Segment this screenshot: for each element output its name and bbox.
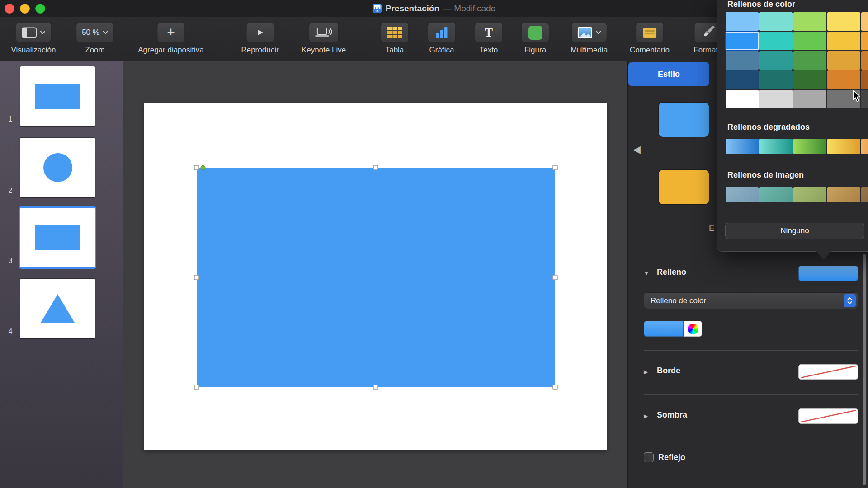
toolbar-button-keynote-live[interactable]: Keynote Live: [302, 23, 346, 55]
fill-swatch[interactable]: [793, 70, 826, 89]
toolbar-button-table[interactable]: Tabla: [381, 23, 409, 55]
fill-swatch[interactable]: [861, 90, 868, 108]
add-slide-tile[interactable]: +: [157, 23, 185, 42]
toolbar-button-add-slide[interactable]: + Agregar diapositiva: [138, 23, 204, 55]
shape-icon: [528, 26, 542, 40]
fill-swatch[interactable]: [861, 139, 868, 154]
inspector-scrollbar[interactable]: [863, 254, 866, 485]
fill-swatch[interactable]: [726, 139, 759, 154]
toolbar-button-zoom[interactable]: 50 % Zoom: [76, 23, 114, 55]
color-wheel-button[interactable]: [684, 321, 702, 337]
stepper-arrows-icon: [846, 296, 853, 305]
dropdown-stepper[interactable]: [844, 294, 856, 307]
shadow-section-label[interactable]: Sombra: [657, 410, 687, 420]
fill-swatch[interactable]: [760, 139, 793, 154]
disclosure-closed-icon[interactable]: ▶: [644, 413, 648, 419]
fill-swatch[interactable]: [726, 187, 759, 202]
selection-handle[interactable]: [373, 385, 378, 390]
selection-handle[interactable]: [553, 385, 558, 390]
toolbar-button-comment[interactable]: Comentario: [630, 23, 670, 55]
toolbar-label: Reproducir: [241, 46, 278, 55]
fill-swatch[interactable]: [760, 32, 793, 50]
selection-handle[interactable]: [194, 165, 199, 170]
slide-thumbnail-2[interactable]: [20, 138, 95, 197]
play-tile[interactable]: [246, 23, 274, 42]
fill-swatch[interactable]: [793, 32, 826, 50]
fill-swatch[interactable]: [793, 139, 826, 154]
fill-swatch[interactable]: [793, 187, 826, 202]
fill-swatch[interactable]: [861, 51, 868, 70]
thumbnail-triangle-shape: [41, 294, 75, 323]
fill-swatch[interactable]: [760, 70, 793, 89]
fill-swatch[interactable]: [726, 51, 759, 70]
fill-color-well[interactable]: [798, 266, 858, 281]
fill-swatch[interactable]: [760, 187, 793, 202]
fill-swatch[interactable]: [861, 32, 868, 50]
presets-back-chevron-icon[interactable]: ◀: [633, 144, 641, 155]
selection-handle[interactable]: [553, 165, 558, 170]
slide-thumbnail-4[interactable]: [20, 279, 95, 338]
none-fill-button[interactable]: Ninguno: [725, 223, 864, 239]
toolbar-button-chart[interactable]: Gráfica: [428, 23, 456, 55]
border-none-well[interactable]: [798, 364, 858, 380]
color-fills-grid: [726, 12, 868, 108]
reflection-checkbox[interactable]: [644, 452, 654, 462]
shape-tile[interactable]: [521, 23, 549, 42]
color-wheel-icon: [688, 324, 698, 334]
fill-swatch[interactable]: [760, 90, 793, 108]
fill-swatch[interactable]: [793, 51, 826, 70]
fill-swatch[interactable]: [793, 90, 826, 108]
fill-type-dropdown[interactable]: Relleno de color: [644, 292, 858, 309]
chart-tile[interactable]: [428, 23, 456, 42]
toolbar-button-text[interactable]: T Texto: [475, 23, 503, 55]
fill-swatch[interactable]: [793, 12, 826, 31]
fill-swatch[interactable]: [760, 51, 793, 70]
disclosure-open-icon[interactable]: ▼: [644, 270, 649, 277]
table-tile[interactable]: [381, 23, 409, 42]
comment-tile[interactable]: [636, 23, 664, 42]
fill-section-label[interactable]: Relleno: [657, 267, 686, 277]
fill-swatch[interactable]: [827, 51, 860, 70]
slide-thumbnail-3-selected[interactable]: [20, 208, 95, 267]
selection-handle[interactable]: [194, 275, 199, 280]
fill-swatch[interactable]: [827, 70, 860, 89]
selection-handle[interactable]: [194, 385, 199, 390]
fill-swatch[interactable]: [760, 12, 793, 31]
fill-swatch[interactable]: [861, 12, 868, 31]
fill-swatch[interactable]: [726, 70, 759, 89]
keynote-live-tile[interactable]: [309, 23, 339, 42]
shape-style-preset-blue[interactable]: [659, 103, 709, 137]
slide-thumbnail-1[interactable]: [20, 66, 95, 126]
slide-number: 1: [5, 115, 16, 123]
selection-handle[interactable]: [373, 165, 378, 170]
selection-handle[interactable]: [553, 275, 558, 280]
fill-swatch[interactable]: [726, 12, 759, 31]
shape-style-preset-yellow[interactable]: [659, 170, 709, 204]
rotation-handle[interactable]: [201, 165, 206, 170]
media-tile[interactable]: [571, 23, 607, 42]
text-tile[interactable]: T: [475, 23, 503, 42]
fill-swatch[interactable]: [827, 139, 860, 154]
fill-swatch[interactable]: [827, 187, 860, 202]
none-diagonal-icon: [799, 365, 858, 379]
selected-shape-rectangle[interactable]: [197, 168, 555, 387]
shadow-none-well[interactable]: [798, 408, 858, 424]
gradient-fills-title: Rellenos degradados: [727, 122, 810, 132]
toolbar-button-play[interactable]: Reproducir: [241, 23, 278, 55]
toolbar-button-view[interactable]: Visualización: [11, 23, 56, 55]
fill-swatch[interactable]: [827, 32, 860, 50]
fill-swatch[interactable]: [726, 32, 759, 50]
disclosure-closed-icon[interactable]: ▶: [644, 369, 648, 375]
view-button-tile[interactable]: [15, 23, 51, 42]
toolbar-button-media[interactable]: Multimedia: [571, 23, 608, 55]
current-fill-swatch[interactable]: [644, 321, 684, 337]
tab-style[interactable]: Estilo: [628, 62, 709, 86]
text-tool-icon: T: [485, 26, 493, 40]
border-section-label[interactable]: Borde: [657, 366, 680, 375]
fill-swatch[interactable]: [861, 187, 868, 202]
fill-swatch[interactable]: [726, 90, 759, 108]
zoom-dropdown[interactable]: 50 %: [76, 23, 114, 42]
fill-swatch[interactable]: [861, 70, 868, 89]
fill-swatch[interactable]: [827, 12, 860, 31]
toolbar-button-shape[interactable]: Figura: [521, 23, 549, 55]
